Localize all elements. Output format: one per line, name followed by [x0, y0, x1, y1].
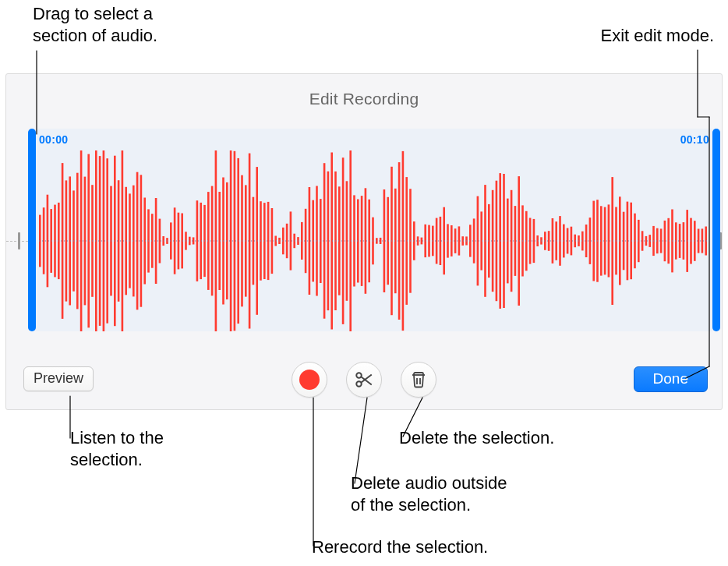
svg-rect-67 — [290, 211, 292, 270]
svg-rect-151 — [604, 207, 606, 275]
svg-rect-102 — [421, 238, 423, 245]
midline-handle-left[interactable] — [18, 232, 20, 249]
selection-end-time: 00:10 — [680, 133, 709, 146]
done-button[interactable]: Done — [634, 366, 708, 392]
svg-rect-177 — [701, 228, 704, 253]
scissors-icon — [354, 370, 374, 390]
svg-rect-61 — [267, 202, 270, 280]
svg-rect-92 — [383, 189, 386, 292]
svg-rect-66 — [286, 224, 288, 258]
svg-rect-147 — [589, 218, 592, 264]
svg-rect-12 — [84, 177, 87, 306]
record-button[interactable] — [292, 362, 327, 398]
callout-preview: Listen to theselection. — [70, 427, 164, 470]
svg-rect-101 — [417, 236, 419, 246]
trash-icon — [409, 370, 428, 389]
svg-rect-52 — [234, 151, 236, 331]
svg-rect-112 — [458, 226, 461, 255]
svg-rect-21 — [118, 180, 120, 302]
trim-button[interactable] — [346, 362, 382, 398]
toolbar: Preview — [6, 359, 722, 405]
svg-rect-111 — [454, 228, 457, 253]
svg-rect-96 — [398, 162, 401, 320]
svg-rect-36 — [174, 207, 176, 274]
waveform-selection-area[interactable]: 00:00 00:10 — [28, 129, 720, 331]
svg-rect-176 — [698, 229, 700, 253]
svg-rect-46 — [211, 186, 214, 296]
svg-rect-162 — [645, 236, 648, 246]
svg-rect-31 — [155, 198, 157, 284]
svg-rect-157 — [627, 202, 629, 281]
svg-rect-141 — [567, 228, 569, 254]
svg-rect-17 — [103, 150, 105, 331]
edit-recording-panel: Edit Recording 00:00 00:10 Preview — [5, 73, 723, 410]
panel-title: Edit Recording — [6, 90, 722, 108]
svg-rect-2 — [47, 195, 49, 288]
svg-rect-122 — [496, 181, 498, 302]
svg-rect-6 — [62, 163, 64, 319]
svg-rect-116 — [473, 218, 475, 263]
svg-rect-132 — [533, 219, 535, 263]
svg-rect-171 — [679, 224, 681, 258]
svg-rect-41 — [193, 237, 195, 244]
svg-rect-152 — [608, 204, 610, 277]
svg-rect-22 — [122, 150, 124, 331]
svg-rect-7 — [65, 180, 68, 301]
svg-rect-146 — [585, 225, 588, 257]
svg-rect-172 — [683, 222, 685, 260]
waveform-display — [39, 150, 709, 331]
svg-rect-137 — [552, 218, 554, 264]
svg-rect-51 — [230, 150, 232, 331]
svg-rect-97 — [402, 151, 405, 331]
callout-exit-edit: Exit edit mode. — [600, 25, 714, 47]
svg-rect-121 — [492, 190, 494, 292]
svg-rect-81 — [342, 157, 345, 324]
svg-rect-62 — [271, 208, 274, 274]
toolbar-icon-row — [292, 362, 436, 398]
svg-rect-86 — [361, 196, 363, 286]
svg-rect-106 — [436, 218, 438, 264]
preview-button[interactable]: Preview — [23, 366, 94, 391]
svg-rect-126 — [511, 190, 513, 292]
svg-rect-37 — [178, 213, 180, 270]
callout-drag-select: Drag to select asection of audio. — [33, 3, 189, 46]
selection-handle-right[interactable] — [712, 129, 720, 331]
svg-rect-47 — [215, 150, 217, 331]
selection-handle-left[interactable] — [28, 129, 36, 331]
svg-rect-71 — [305, 209, 307, 273]
svg-rect-57 — [253, 197, 255, 285]
svg-rect-166 — [660, 228, 663, 253]
svg-rect-1 — [43, 207, 45, 274]
svg-rect-16 — [99, 156, 101, 326]
svg-rect-167 — [664, 221, 666, 261]
svg-rect-136 — [548, 231, 550, 251]
svg-rect-156 — [623, 212, 625, 271]
record-icon — [299, 370, 320, 390]
svg-rect-56 — [249, 154, 251, 329]
svg-rect-161 — [641, 231, 644, 250]
callout-rerecord: Rerecord the selection. — [312, 536, 488, 558]
callout-delete-selection: Delete the selection. — [399, 427, 554, 449]
svg-rect-131 — [529, 218, 532, 264]
svg-rect-127 — [514, 206, 517, 276]
svg-rect-82 — [346, 181, 348, 300]
delete-button[interactable] — [401, 362, 436, 398]
svg-rect-42 — [196, 200, 199, 281]
svg-rect-32 — [159, 219, 161, 264]
selection-start-time: 00:00 — [39, 133, 68, 146]
svg-rect-11 — [80, 150, 83, 331]
svg-rect-91 — [380, 238, 382, 244]
svg-rect-87 — [365, 188, 367, 293]
svg-line-193 — [355, 398, 367, 483]
svg-rect-72 — [309, 187, 311, 295]
svg-rect-26 — [136, 172, 139, 310]
callout-trim: Delete audio outsideof the selection. — [351, 472, 553, 515]
svg-rect-76 — [323, 163, 326, 319]
svg-rect-77 — [327, 172, 330, 310]
svg-rect-142 — [571, 227, 573, 256]
svg-rect-27 — [140, 175, 143, 306]
svg-rect-117 — [477, 196, 479, 286]
svg-rect-107 — [440, 217, 442, 265]
